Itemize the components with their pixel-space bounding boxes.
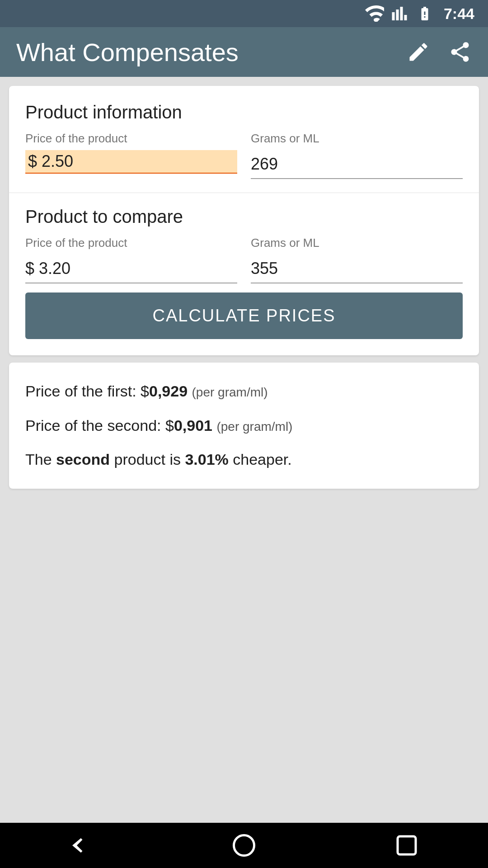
product-compare-grams-group: Grams or ML	[251, 236, 463, 283]
product-info-price-label: Price of the product	[25, 132, 237, 146]
result-2-price: 0,901	[174, 417, 212, 434]
product-info-title: Product information	[25, 102, 463, 123]
result-line-3: The second product is 3.01% cheaper.	[25, 449, 463, 471]
product-info-price-input[interactable]	[25, 150, 237, 174]
product-compare-grams-label: Grams or ML	[251, 236, 463, 250]
recent-button[interactable]	[393, 832, 420, 859]
product-compare-price-input[interactable]	[25, 255, 237, 283]
product-compare-row: Price of the product Grams or ML	[25, 236, 463, 283]
share-icon[interactable]	[448, 40, 472, 64]
wifi-icon	[364, 5, 384, 22]
svg-point-1	[234, 835, 254, 856]
status-icons: 7:44	[364, 5, 474, 23]
edit-icon[interactable]	[407, 40, 430, 64]
result-3-bold: second	[56, 451, 110, 468]
result-3-prefix: The	[25, 451, 56, 468]
back-button[interactable]	[68, 832, 95, 859]
product-info-grams-label: Grams or ML	[251, 132, 463, 146]
svg-marker-0	[72, 838, 90, 853]
nav-bar	[0, 823, 488, 868]
result-3-middle: product is	[110, 451, 185, 468]
app-bar: What Compensates	[0, 27, 488, 77]
result-1-prefix: Price of the first: $	[25, 382, 149, 400]
app-bar-actions	[407, 40, 472, 64]
battery-icon	[415, 5, 435, 22]
product-compare-price-label: Price of the product	[25, 236, 237, 250]
app-title: What Compensates	[16, 38, 407, 67]
result-3-suffix: cheaper.	[229, 451, 292, 468]
product-info-price-group: Price of the product	[25, 132, 237, 179]
time-display: 7:44	[444, 5, 474, 23]
status-bar: 7:44	[0, 0, 488, 27]
home-button[interactable]	[230, 832, 258, 859]
signal-icon	[390, 5, 408, 22]
product-compare-price-group: Price of the product	[25, 236, 237, 283]
card-divider	[9, 193, 479, 193]
result-2-prefix: Price of the second: $	[25, 417, 174, 434]
product-info-grams-group: Grams or ML	[251, 132, 463, 179]
svg-rect-2	[398, 836, 416, 854]
calculate-prices-button[interactable]: CALCULATE PRICES	[25, 292, 463, 339]
result-1-price: 0,929	[149, 382, 188, 400]
result-line-1: Price of the first: $0,929 (per gram/ml)	[25, 381, 463, 402]
result-line-2: Price of the second: $0,901 (per gram/ml…	[25, 415, 463, 437]
product-info-row: Price of the product Grams or ML	[25, 132, 463, 179]
results-card: Price of the first: $0,929 (per gram/ml)…	[9, 363, 479, 489]
product-compare-grams-input[interactable]	[251, 255, 463, 283]
product-compare-title: Product to compare	[25, 207, 463, 227]
product-info-grams-input[interactable]	[251, 150, 463, 179]
result-3-percent: 3.01%	[185, 451, 228, 468]
product-info-card: Product information Price of the product…	[9, 86, 479, 355]
result-2-suffix: (per gram/ml)	[216, 420, 292, 434]
result-1-suffix: (per gram/ml)	[192, 385, 268, 399]
main-content: Product information Price of the product…	[0, 77, 488, 498]
